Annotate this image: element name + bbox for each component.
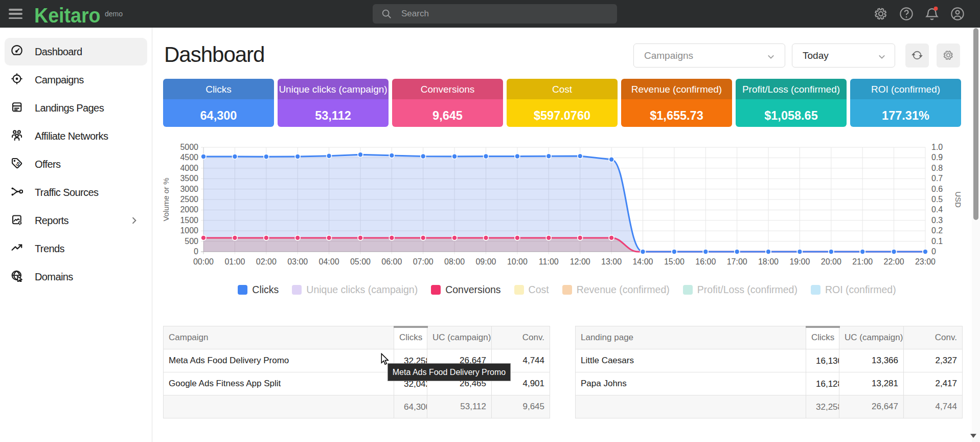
svg-text:06:00: 06:00 (381, 257, 402, 266)
svg-text:0.2: 0.2 (931, 226, 943, 235)
svg-text:20:00: 20:00 (821, 257, 841, 266)
svg-text:05:00: 05:00 (350, 257, 371, 266)
svg-text:Volume or %: Volume or % (163, 178, 170, 221)
svg-text:0.1: 0.1 (931, 237, 943, 246)
svg-text:21:00: 21:00 (852, 257, 873, 266)
svg-text:USD: USD (954, 191, 963, 208)
svg-text:01:00: 01:00 (224, 257, 245, 266)
svg-text:1.0: 1.0 (931, 143, 943, 151)
svg-text:0.6: 0.6 (931, 185, 943, 193)
svg-text:03:00: 03:00 (287, 257, 308, 266)
svg-text:17:00: 17:00 (727, 257, 747, 266)
svg-text:09:00: 09:00 (475, 257, 496, 266)
svg-text:04:00: 04:00 (319, 257, 339, 266)
svg-text:4000: 4000 (180, 164, 198, 172)
svg-text:500: 500 (185, 237, 198, 246)
svg-text:13:00: 13:00 (601, 257, 622, 266)
svg-text:2500: 2500 (180, 195, 198, 204)
svg-text:23:00: 23:00 (915, 257, 936, 266)
svg-text:0.8: 0.8 (931, 164, 943, 172)
svg-text:1500: 1500 (180, 216, 198, 225)
svg-text:10:00: 10:00 (507, 257, 528, 266)
svg-text:19:00: 19:00 (789, 257, 810, 266)
svg-text:0.9: 0.9 (931, 153, 943, 162)
svg-text:0: 0 (931, 247, 936, 256)
svg-text:0.5: 0.5 (931, 195, 943, 204)
svg-text:07:00: 07:00 (413, 257, 434, 266)
svg-text:4500: 4500 (180, 153, 198, 162)
svg-text:11:00: 11:00 (539, 257, 559, 266)
svg-text:16:00: 16:00 (695, 257, 716, 266)
svg-text:12:00: 12:00 (570, 257, 590, 266)
svg-text:08:00: 08:00 (444, 257, 465, 266)
svg-text:0.4: 0.4 (931, 205, 943, 214)
svg-text:00:00: 00:00 (193, 257, 214, 266)
svg-text:5000: 5000 (180, 143, 198, 151)
svg-text:0.7: 0.7 (931, 174, 943, 183)
svg-text:3500: 3500 (180, 174, 198, 183)
svg-text:0: 0 (194, 247, 198, 256)
svg-text:3000: 3000 (180, 185, 198, 193)
svg-text:1000: 1000 (180, 226, 198, 235)
svg-text:2000: 2000 (180, 205, 198, 214)
svg-text:14:00: 14:00 (632, 257, 653, 266)
svg-text:0.3: 0.3 (931, 216, 943, 225)
svg-text:15:00: 15:00 (664, 257, 685, 266)
svg-text:18:00: 18:00 (758, 257, 779, 266)
svg-text:22:00: 22:00 (884, 257, 904, 266)
svg-text:02:00: 02:00 (256, 257, 277, 266)
